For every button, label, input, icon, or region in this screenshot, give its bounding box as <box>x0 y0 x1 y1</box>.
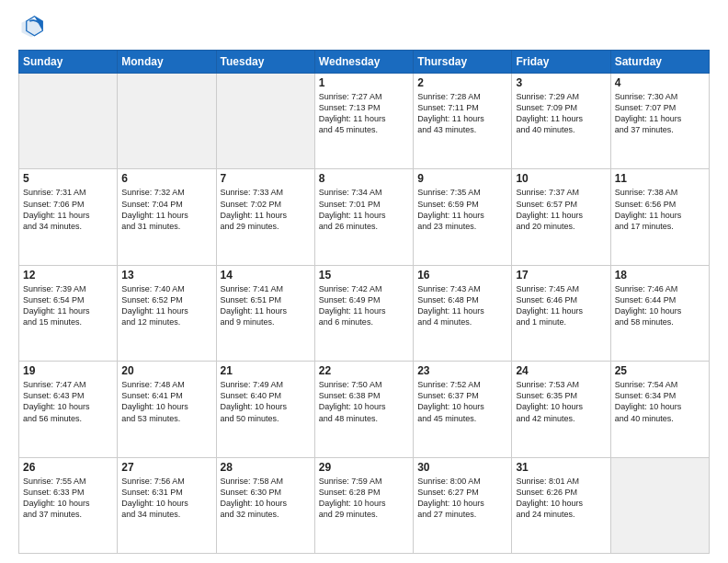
calendar-cell: 7Sunrise: 7:33 AM Sunset: 7:02 PM Daylig… <box>216 169 314 265</box>
cell-info: Sunrise: 7:29 AM Sunset: 7:09 PM Dayligh… <box>516 91 606 136</box>
cell-info: Sunrise: 7:38 AM Sunset: 6:56 PM Dayligh… <box>615 187 705 232</box>
calendar-cell: 25Sunrise: 7:54 AM Sunset: 6:34 PM Dayli… <box>610 362 709 457</box>
day-number: 23 <box>417 364 507 377</box>
weekday-sunday: Sunday <box>19 51 118 74</box>
calendar-cell <box>610 457 709 553</box>
weekday-tuesday: Tuesday <box>216 51 314 74</box>
day-number: 29 <box>319 461 409 474</box>
calendar-cell: 3Sunrise: 7:29 AM Sunset: 7:09 PM Daylig… <box>512 74 610 169</box>
day-number: 13 <box>121 269 211 282</box>
day-number: 14 <box>221 269 311 282</box>
cell-info: Sunrise: 7:48 AM Sunset: 6:41 PM Dayligh… <box>121 379 211 424</box>
cell-info: Sunrise: 7:31 AM Sunset: 7:06 PM Dayligh… <box>23 187 113 232</box>
cell-info: Sunrise: 8:00 AM Sunset: 6:27 PM Dayligh… <box>417 476 507 521</box>
cell-info: Sunrise: 7:40 AM Sunset: 6:52 PM Dayligh… <box>121 283 211 328</box>
day-number: 4 <box>615 76 705 89</box>
calendar-week-2: 12Sunrise: 7:39 AM Sunset: 6:54 PM Dayli… <box>19 265 710 361</box>
cell-info: Sunrise: 7:59 AM Sunset: 6:28 PM Dayligh… <box>319 476 409 521</box>
cell-info: Sunrise: 7:30 AM Sunset: 7:07 PM Dayligh… <box>615 91 705 136</box>
calendar-cell: 18Sunrise: 7:46 AM Sunset: 6:44 PM Dayli… <box>610 265 709 361</box>
calendar-cell: 28Sunrise: 7:58 AM Sunset: 6:30 PM Dayli… <box>216 457 314 553</box>
cell-info: Sunrise: 7:53 AM Sunset: 6:35 PM Dayligh… <box>516 379 606 424</box>
calendar-week-3: 19Sunrise: 7:47 AM Sunset: 6:43 PM Dayli… <box>19 362 710 457</box>
calendar-cell: 9Sunrise: 7:35 AM Sunset: 6:59 PM Daylig… <box>414 169 512 265</box>
cell-info: Sunrise: 7:27 AM Sunset: 7:13 PM Dayligh… <box>319 91 409 136</box>
cell-info: Sunrise: 7:58 AM Sunset: 6:30 PM Dayligh… <box>221 476 311 521</box>
day-number: 26 <box>23 461 113 474</box>
calendar-week-4: 26Sunrise: 7:55 AM Sunset: 6:33 PM Dayli… <box>19 457 710 553</box>
day-number: 17 <box>516 269 606 282</box>
cell-info: Sunrise: 7:45 AM Sunset: 6:46 PM Dayligh… <box>516 283 606 328</box>
calendar-table: SundayMondayTuesdayWednesdayThursdayFrid… <box>18 50 710 554</box>
cell-info: Sunrise: 7:43 AM Sunset: 6:48 PM Dayligh… <box>417 283 507 328</box>
calendar-cell: 5Sunrise: 7:31 AM Sunset: 7:06 PM Daylig… <box>19 169 118 265</box>
cell-info: Sunrise: 7:47 AM Sunset: 6:43 PM Dayligh… <box>23 379 113 424</box>
cell-info: Sunrise: 7:32 AM Sunset: 7:04 PM Dayligh… <box>121 187 211 232</box>
cell-info: Sunrise: 7:37 AM Sunset: 6:57 PM Dayligh… <box>516 187 606 232</box>
calendar-cell: 12Sunrise: 7:39 AM Sunset: 6:54 PM Dayli… <box>19 265 118 361</box>
cell-info: Sunrise: 7:28 AM Sunset: 7:11 PM Dayligh… <box>417 91 507 136</box>
calendar-cell: 13Sunrise: 7:40 AM Sunset: 6:52 PM Dayli… <box>118 265 216 361</box>
calendar-cell: 14Sunrise: 7:41 AM Sunset: 6:51 PM Dayli… <box>216 265 314 361</box>
calendar-cell: 23Sunrise: 7:52 AM Sunset: 6:37 PM Dayli… <box>414 362 512 457</box>
day-number: 31 <box>516 461 606 474</box>
calendar-cell: 2Sunrise: 7:28 AM Sunset: 7:11 PM Daylig… <box>414 74 512 169</box>
weekday-saturday: Saturday <box>610 51 709 74</box>
day-number: 10 <box>516 172 606 185</box>
cell-info: Sunrise: 8:01 AM Sunset: 6:26 PM Dayligh… <box>516 476 606 521</box>
day-number: 11 <box>615 172 705 185</box>
calendar-cell: 21Sunrise: 7:49 AM Sunset: 6:40 PM Dayli… <box>216 362 314 457</box>
calendar-cell: 8Sunrise: 7:34 AM Sunset: 7:01 PM Daylig… <box>314 169 413 265</box>
day-number: 7 <box>221 172 311 185</box>
cell-info: Sunrise: 7:46 AM Sunset: 6:44 PM Dayligh… <box>615 283 705 328</box>
weekday-friday: Friday <box>512 51 610 74</box>
day-number: 8 <box>319 172 409 185</box>
calendar-cell: 29Sunrise: 7:59 AM Sunset: 6:28 PM Dayli… <box>314 457 413 553</box>
calendar-cell: 6Sunrise: 7:32 AM Sunset: 7:04 PM Daylig… <box>118 169 216 265</box>
day-number: 30 <box>417 461 507 474</box>
logo-icon <box>18 15 44 40</box>
day-number: 5 <box>23 172 113 185</box>
weekday-wednesday: Wednesday <box>314 51 413 74</box>
calendar-cell: 10Sunrise: 7:37 AM Sunset: 6:57 PM Dayli… <box>512 169 610 265</box>
cell-info: Sunrise: 7:56 AM Sunset: 6:31 PM Dayligh… <box>121 476 211 521</box>
day-number: 21 <box>221 364 311 377</box>
calendar-cell <box>118 74 216 169</box>
cell-info: Sunrise: 7:52 AM Sunset: 6:37 PM Dayligh… <box>417 379 507 424</box>
calendar-cell: 24Sunrise: 7:53 AM Sunset: 6:35 PM Dayli… <box>512 362 610 457</box>
day-number: 2 <box>417 76 507 89</box>
cell-info: Sunrise: 7:42 AM Sunset: 6:49 PM Dayligh… <box>319 283 409 328</box>
calendar-week-1: 5Sunrise: 7:31 AM Sunset: 7:06 PM Daylig… <box>19 169 710 265</box>
day-number: 16 <box>417 269 507 282</box>
calendar-cell: 30Sunrise: 8:00 AM Sunset: 6:27 PM Dayli… <box>414 457 512 553</box>
day-number: 15 <box>319 269 409 282</box>
calendar-cell: 26Sunrise: 7:55 AM Sunset: 6:33 PM Dayli… <box>19 457 118 553</box>
calendar-cell: 27Sunrise: 7:56 AM Sunset: 6:31 PM Dayli… <box>118 457 216 553</box>
calendar-cell: 15Sunrise: 7:42 AM Sunset: 6:49 PM Dayli… <box>314 265 413 361</box>
calendar-cell: 11Sunrise: 7:38 AM Sunset: 6:56 PM Dayli… <box>610 169 709 265</box>
calendar-cell <box>216 74 314 169</box>
cell-info: Sunrise: 7:34 AM Sunset: 7:01 PM Dayligh… <box>319 187 409 232</box>
day-number: 25 <box>615 364 705 377</box>
day-number: 9 <box>417 172 507 185</box>
header <box>18 15 710 40</box>
day-number: 22 <box>319 364 409 377</box>
day-number: 28 <box>221 461 311 474</box>
day-number: 27 <box>121 461 211 474</box>
logo <box>18 15 48 40</box>
cell-info: Sunrise: 7:54 AM Sunset: 6:34 PM Dayligh… <box>615 379 705 424</box>
cell-info: Sunrise: 7:35 AM Sunset: 6:59 PM Dayligh… <box>417 187 507 232</box>
calendar-cell: 31Sunrise: 8:01 AM Sunset: 6:26 PM Dayli… <box>512 457 610 553</box>
calendar-cell: 17Sunrise: 7:45 AM Sunset: 6:46 PM Dayli… <box>512 265 610 361</box>
cell-info: Sunrise: 7:33 AM Sunset: 7:02 PM Dayligh… <box>221 187 311 232</box>
day-number: 1 <box>319 76 409 89</box>
cell-info: Sunrise: 7:41 AM Sunset: 6:51 PM Dayligh… <box>221 283 311 328</box>
calendar-cell: 4Sunrise: 7:30 AM Sunset: 7:07 PM Daylig… <box>610 74 709 169</box>
cell-info: Sunrise: 7:49 AM Sunset: 6:40 PM Dayligh… <box>221 379 311 424</box>
weekday-header-row: SundayMondayTuesdayWednesdayThursdayFrid… <box>19 51 710 74</box>
cell-info: Sunrise: 7:55 AM Sunset: 6:33 PM Dayligh… <box>23 476 113 521</box>
day-number: 24 <box>516 364 606 377</box>
day-number: 3 <box>516 76 606 89</box>
day-number: 20 <box>121 364 211 377</box>
calendar-week-0: 1Sunrise: 7:27 AM Sunset: 7:13 PM Daylig… <box>19 74 710 169</box>
